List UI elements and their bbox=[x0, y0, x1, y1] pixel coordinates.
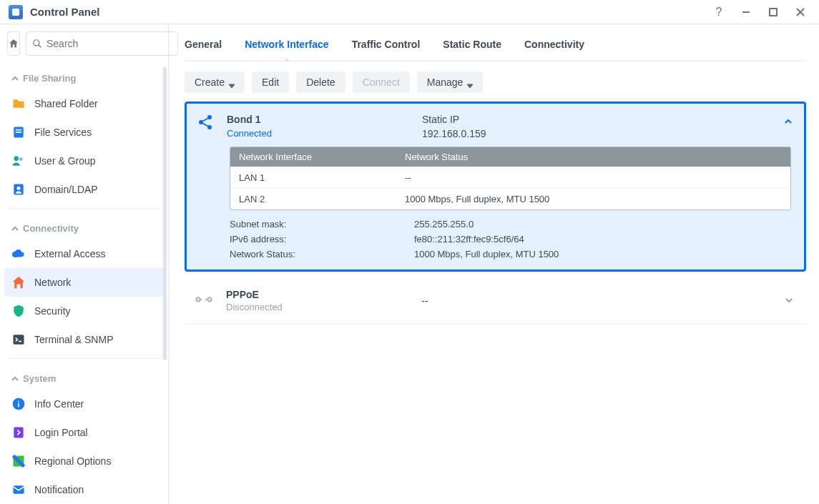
sidebar-item-regional-options[interactable]: Regional Options bbox=[0, 447, 168, 475]
window-title: Control Panel bbox=[30, 6, 100, 18]
svg-point-24 bbox=[208, 298, 212, 302]
sidebar-item-shared-folder[interactable]: Shared Folder bbox=[0, 89, 168, 118]
section-file-sharing[interactable]: File Sharing bbox=[0, 63, 168, 89]
folder-icon bbox=[11, 97, 26, 111]
tab-static-route[interactable]: Static Route bbox=[443, 27, 501, 61]
search-field[interactable] bbox=[26, 31, 178, 56]
table-header-interface: Network Interface bbox=[239, 152, 405, 162]
share-icon bbox=[197, 114, 214, 133]
caret-down-icon bbox=[229, 79, 235, 85]
sidebar-item-label: File Services bbox=[34, 127, 92, 138]
svg-point-4 bbox=[34, 40, 39, 46]
interface-name: Bond 1 bbox=[227, 114, 409, 125]
delete-button[interactable]: Delete bbox=[296, 71, 345, 93]
home-button[interactable] bbox=[7, 31, 20, 56]
sidebar-item-label: Notification bbox=[34, 484, 84, 495]
ip-address: 192.168.0.159 bbox=[422, 128, 486, 139]
sidebar-item-label: Regional Options bbox=[34, 455, 111, 467]
sidebar-item-login-portal[interactable]: Login Portal bbox=[0, 418, 168, 447]
svg-marker-19 bbox=[467, 84, 473, 88]
tab-network-interface[interactable]: Network Interface bbox=[245, 27, 328, 61]
main-panel: General Network Interface Traffic Contro… bbox=[169, 24, 819, 504]
network-icon bbox=[11, 275, 26, 290]
sidebar-item-file-services[interactable]: File Services bbox=[0, 118, 168, 147]
section-connectivity[interactable]: Connectivity bbox=[0, 213, 168, 239]
maximize-button[interactable] bbox=[763, 2, 783, 22]
help-button[interactable]: ? bbox=[709, 2, 729, 22]
sidebar-item-label: Shared Folder bbox=[34, 98, 98, 109]
table-row[interactable]: LAN 2 1000 Mbps, Full duplex, MTU 1500 bbox=[230, 188, 790, 209]
chevron-up-icon bbox=[11, 225, 19, 232]
sidebar-item-user-group[interactable]: User & Group bbox=[0, 147, 168, 175]
minimize-button[interactable] bbox=[736, 2, 756, 22]
svg-point-9 bbox=[14, 156, 19, 161]
svg-rect-13 bbox=[14, 335, 24, 344]
chevron-up-icon bbox=[784, 117, 793, 126]
collapse-button[interactable] bbox=[784, 117, 793, 128]
bond-details: Subnet mask: 255.255.255.0 IPv6 address:… bbox=[187, 216, 804, 270]
section-label: File Sharing bbox=[23, 73, 76, 84]
sidebar-scrollbar[interactable] bbox=[163, 67, 167, 360]
sidebar-item-label: Terminal & SNMP bbox=[34, 334, 113, 345]
file-services-icon bbox=[11, 125, 26, 139]
section-label: Connectivity bbox=[23, 223, 79, 234]
svg-rect-8 bbox=[16, 132, 21, 133]
search-input[interactable] bbox=[46, 38, 172, 49]
cell-interface: LAN 1 bbox=[239, 172, 405, 183]
svg-rect-15 bbox=[14, 428, 23, 438]
sidebar-item-label: Domain/LDAP bbox=[34, 184, 98, 195]
detail-label: Network Status: bbox=[230, 249, 414, 260]
svg-point-10 bbox=[19, 157, 23, 161]
button-label: Manage bbox=[427, 76, 464, 88]
sidebar-item-network[interactable]: Network bbox=[4, 268, 164, 297]
caret-down-icon bbox=[467, 79, 473, 85]
detail-label: Subnet mask: bbox=[230, 219, 414, 229]
section-label: System bbox=[23, 373, 56, 384]
manage-button[interactable]: Manage bbox=[417, 71, 484, 93]
sidebar-item-label: Security bbox=[34, 305, 71, 317]
sidebar-item-security[interactable]: Security bbox=[0, 297, 168, 325]
table-header-status: Network Status bbox=[405, 152, 468, 162]
interface-row-pppoe[interactable]: PPPoE Disconnected -- bbox=[185, 280, 806, 325]
search-icon bbox=[32, 39, 42, 49]
sidebar-item-info-center[interactable]: Info Center bbox=[0, 390, 168, 418]
svg-rect-7 bbox=[16, 129, 21, 131]
edit-button[interactable]: Edit bbox=[252, 71, 289, 93]
section-system[interactable]: System bbox=[0, 363, 168, 390]
tab-connectivity[interactable]: Connectivity bbox=[524, 27, 584, 61]
expand-button[interactable] bbox=[785, 295, 793, 307]
tab-traffic-control[interactable]: Traffic Control bbox=[352, 27, 421, 61]
detail-value: 1000 Mbps, Full duplex, MTU 1500 bbox=[414, 249, 559, 260]
detail-value: fe80::211:32ff:fec9:5cf6/64 bbox=[414, 234, 524, 244]
close-button[interactable] bbox=[790, 2, 810, 22]
tab-bar: General Network Interface Traffic Contro… bbox=[185, 24, 806, 61]
interface-name: PPPoE bbox=[226, 289, 408, 300]
sidebar-item-domain-ldap[interactable]: Domain/LDAP bbox=[0, 175, 168, 204]
sidebar-item-external-access[interactable]: External Access bbox=[0, 239, 168, 268]
svg-point-23 bbox=[197, 298, 200, 302]
login-portal-icon bbox=[11, 425, 26, 440]
terminal-icon bbox=[11, 332, 26, 347]
sidebar-item-label: Info Center bbox=[34, 398, 84, 410]
svg-point-22 bbox=[207, 125, 212, 129]
svg-point-20 bbox=[199, 120, 203, 124]
table-row[interactable]: LAN 1 -- bbox=[230, 167, 790, 188]
create-button[interactable]: Create bbox=[185, 71, 245, 93]
button-label: Create bbox=[195, 76, 225, 88]
tab-general[interactable]: General bbox=[185, 27, 222, 61]
info-icon bbox=[11, 397, 26, 411]
user-group-icon bbox=[11, 154, 26, 168]
shield-icon bbox=[11, 304, 26, 318]
button-label: Edit bbox=[262, 76, 279, 88]
domain-icon bbox=[11, 182, 26, 197]
sidebar-item-terminal-snmp[interactable]: Terminal & SNMP bbox=[0, 325, 168, 354]
ip-type: Static IP bbox=[422, 114, 486, 125]
bond-members-table: Network Interface Network Status LAN 1 -… bbox=[230, 147, 791, 210]
detail-label: IPv6 address: bbox=[230, 234, 414, 244]
interface-card-bond1[interactable]: Bond 1 Connected Static IP 192.168.0.159 bbox=[185, 102, 806, 272]
sidebar-item-notification[interactable]: Notification bbox=[0, 475, 168, 504]
interface-status: Connected bbox=[227, 128, 409, 139]
sidebar-item-label: Login Portal bbox=[34, 427, 88, 438]
sidebar-item-label: User & Group bbox=[34, 155, 96, 167]
sidebar-item-label: External Access bbox=[34, 248, 106, 260]
